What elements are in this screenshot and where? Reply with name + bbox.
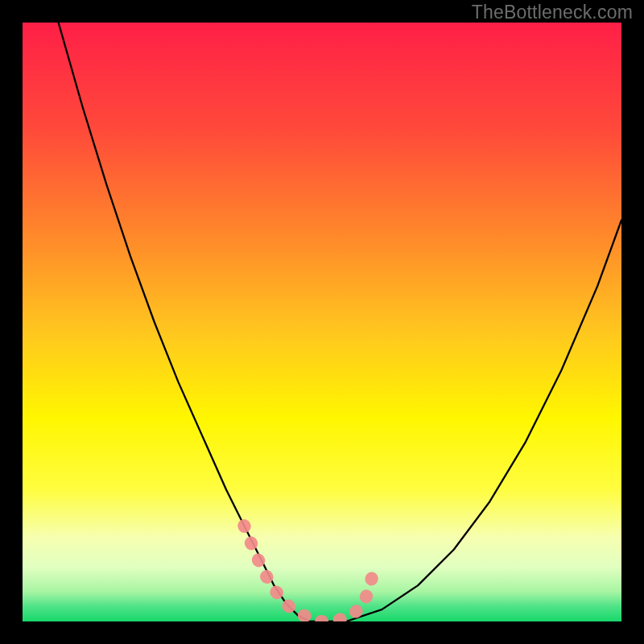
curve-layer <box>23 23 621 621</box>
chart-plot-area <box>23 23 621 621</box>
chart-frame: TheBottleneck.com <box>0 0 644 644</box>
bottleneck-curve <box>59 23 621 621</box>
watermark-text: TheBottleneck.com <box>472 2 633 23</box>
trough-highlight <box>244 526 376 621</box>
